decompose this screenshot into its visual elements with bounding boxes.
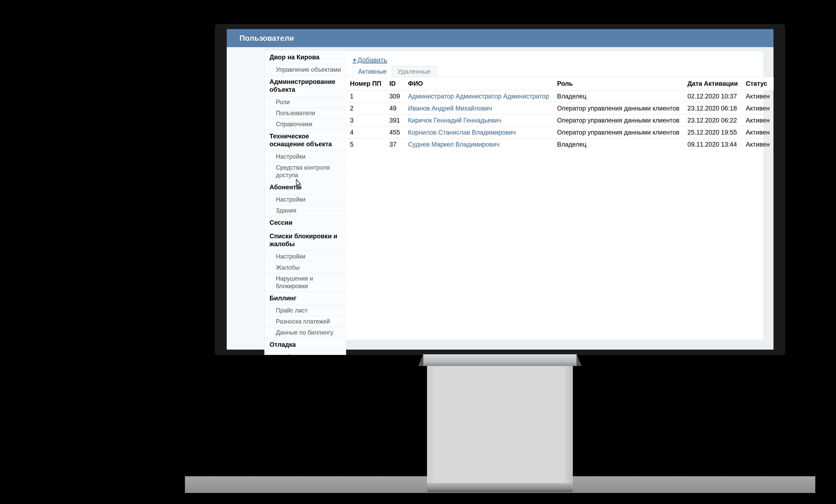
sidebar-item[interactable]: Пользователи [265,108,346,119]
table-row: 249Иванов Андрей МихайловичОператор упра… [346,102,774,115]
table-cell: 23.12.2020 06:18 [684,102,742,115]
table-cell: 5 [346,138,385,151]
sidebar-item[interactable]: Настройки [265,194,346,205]
table-cell: Активен [742,138,774,151]
column-header[interactable]: ID [385,77,404,91]
sidebar-item[interactable]: Данные по биллингу [265,327,346,338]
user-link[interactable]: Администратор Администратор Администрато… [408,93,549,100]
table-cell: 3 [346,115,385,127]
sidebar: Двор на КироваУправление объектамиАдмини… [264,51,346,355]
user-link[interactable]: Суднев Маркел Владимирович [408,141,499,148]
sidebar-item[interactable]: Сообщения [265,352,346,355]
user-link[interactable]: Киричок Геннадий Геннадьевич [408,117,501,124]
table-cell: 4 [346,127,385,138]
users-table: Номер ППIDФИОРольДата АктивацииСтатус 13… [346,77,774,150]
monitor-stand-body [427,366,573,483]
screen: Пользователи Двор на КироваУправление об… [227,29,774,350]
sidebar-group-head: Абоненты [265,181,346,194]
page-title: Пользователи [240,34,294,42]
tab[interactable]: Активные [353,66,392,77]
table-cell: 09.11.2020 13:44 [684,138,742,151]
sidebar-group-head: Списки блокировки и жалобы [265,230,346,251]
sidebar-group-head: Отладка [265,338,346,352]
column-header[interactable]: Номер ПП [346,77,385,91]
table-cell: Активен [742,127,774,138]
table-cell: 455 [385,127,404,138]
table-cell: Администратор Администратор Администрато… [404,91,553,102]
monitor-stand-neck [423,354,577,366]
add-label: Добавить [358,56,387,64]
monitor-frame: Пользователи Двор на КироваУправление об… [215,24,785,355]
sidebar-item[interactable]: Средства контроля доступа [265,162,346,181]
sidebar-group-head[interactable]: Сессии [265,216,346,230]
sidebar-group-head: Биллинг [265,292,346,305]
table-cell: Владелец [553,91,684,102]
table-cell: Оператор управления данными клиентов [553,127,684,138]
appbar: Пользователи [227,29,774,47]
plus-icon: + [353,56,357,64]
sidebar-group-head: Техническое оснащение объекта [265,130,346,151]
sidebar-item[interactable]: Справочники [265,119,346,130]
column-header[interactable]: Статус [742,77,774,91]
sidebar-item[interactable]: Настройки [265,251,346,262]
table-cell: Суднев Маркел Владимирович [404,138,553,151]
tabs: АктивныеУдаленные [353,66,763,77]
column-header[interactable]: ФИО [404,77,553,91]
table-row: 1309Администратор Администратор Админист… [346,91,774,102]
sidebar-item[interactable]: Нарушения и блокировки [265,273,346,292]
table-cell: 2 [346,102,385,115]
tab[interactable]: Удаленные [392,66,436,77]
content-panel: + Добавить АктивныеУдаленные Номер ППIDФ… [346,51,763,340]
column-header[interactable]: Дата Активации [684,77,742,91]
sidebar-item[interactable]: Здания [265,205,346,216]
table-cell: Оператор управления данными клиентов [553,102,684,115]
add-button[interactable]: + Добавить [346,51,394,66]
sidebar-item[interactable]: Настройки [265,151,346,162]
table-cell: 391 [385,115,404,127]
table-cell: Киричок Геннадий Геннадьевич [404,115,553,127]
table-cell: 02.12.2020 10:37 [684,91,742,102]
table-body: 1309Администратор Администратор Админист… [346,91,774,151]
sidebar-group-head: Двор на Кирова [265,51,346,64]
table-cell: 25.12.2020 19:55 [684,127,742,138]
left-gutter [227,47,265,350]
table-cell: Оператор управления данными клиентов [553,115,684,127]
table-row: 537Суднев Маркел ВладимировичВладелец09.… [346,138,774,151]
workspace: Двор на КироваУправление объектамиАдмини… [227,47,774,350]
table-cell: Корнилов Станислав Владимирович [404,127,553,138]
cursor-pointer-icon [294,179,302,188]
sidebar-item[interactable]: Жалобы [265,262,346,273]
table-cell: 37 [385,138,404,151]
user-link[interactable]: Корнилов Станислав Владимирович [408,129,516,136]
monitor-stand-foot [427,483,573,492]
table-cell: Иванов Андрей Михайлович [404,102,553,115]
table-cell: Владелец [553,138,684,151]
table-cell: 309 [385,91,404,102]
sidebar-item[interactable]: Разноска платежей [265,316,346,327]
table-cell: 1 [346,91,385,102]
sidebar-group-head: Администрирование объекта [265,75,346,97]
table-cell: 49 [385,102,404,115]
viewport: Пользователи Двор на КироваУправление об… [0,0,836,504]
table-cell: Активен [742,115,774,127]
table-row: 3391Киричок Геннадий ГеннадьевичОператор… [346,115,774,127]
sidebar-item[interactable]: Управление объектами [265,64,346,75]
column-header[interactable]: Роль [553,77,684,91]
sidebar-item[interactable]: Прайс лист [265,305,346,316]
table-cell: Активен [742,102,774,115]
table-header-row: Номер ППIDФИОРольДата АктивацииСтатус [346,77,774,91]
sidebar-item[interactable]: Роли [265,97,346,108]
table-row: 4455Корнилов Станислав ВладимировичОпера… [346,127,774,138]
user-link[interactable]: Иванов Андрей Михайлович [408,105,492,112]
table-cell: Активен [742,91,774,102]
table-cell: 23.12.2020 06:22 [684,115,742,127]
